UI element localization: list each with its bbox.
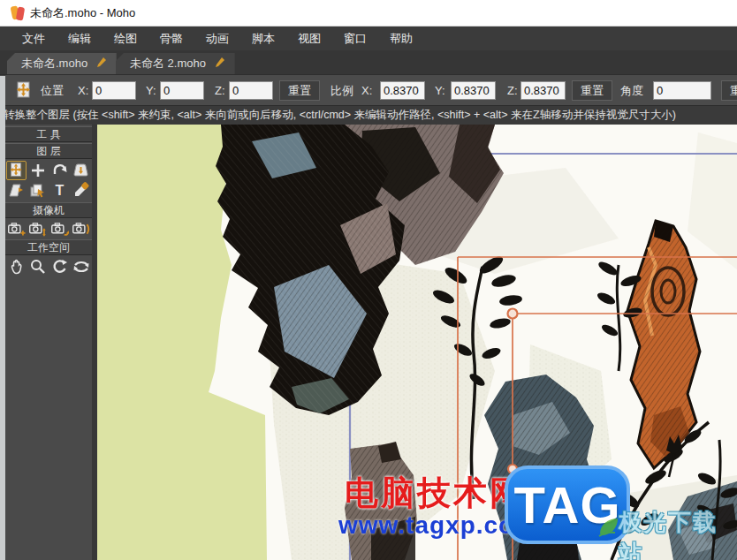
workspace-tools-row: [5, 256, 92, 276]
edit-pencil-icon: [215, 54, 224, 75]
tool-zoom-camera[interactable]: [27, 219, 48, 238]
window-title: 未命名.moho - Moho: [30, 0, 135, 26]
watermark-download-site: 极光下载站 www.x27.com: [619, 507, 737, 560]
pos-y-label: Y:: [146, 75, 156, 106]
tool-layer-selector[interactable]: [27, 181, 48, 201]
download-site-name: 极光下载站: [619, 507, 737, 560]
tool-orbit-workspace[interactable]: [71, 257, 91, 276]
scale-y-label: Y:: [435, 75, 445, 106]
tool-shear-layer[interactable]: [6, 181, 27, 201]
scale-label: 比例: [331, 75, 353, 106]
menu-help[interactable]: 帮助: [378, 26, 424, 50]
menu-window[interactable]: 窗口: [332, 26, 378, 50]
position-label: 位置: [41, 75, 64, 106]
moho-window: 未命名.moho - Moho 文件 编辑 绘图 骨骼 动画 脚本 视图 窗口 …: [0, 0, 737, 560]
position-z-input[interactable]: [229, 81, 273, 100]
tab-label: 未命名 2.moho: [130, 57, 206, 70]
camera-section-header[interactable]: 摄像机: [5, 202, 92, 218]
camera-tools-row: [5, 219, 92, 238]
pos-x-label: X:: [78, 75, 88, 106]
menu-file[interactable]: 文件: [11, 26, 57, 50]
edit-pencil-icon: [96, 54, 106, 75]
tool-pan-workspace[interactable]: [6, 257, 27, 276]
panel-splitter[interactable]: [92, 125, 97, 560]
layer-section-header[interactable]: 图 层: [5, 143, 92, 159]
scale-z-input[interactable]: [520, 81, 566, 100]
reset-position-button[interactable]: 重置: [279, 80, 320, 101]
title-bar: 未命名.moho - Moho: [0, 0, 737, 26]
svg-text:T: T: [55, 183, 64, 198]
tools-panel-header[interactable]: 工 具: [5, 126, 92, 142]
reset-angle-button[interactable]: 重置: [721, 80, 737, 101]
menu-bar: 文件 编辑 绘图 骨骼 动画 脚本 视图 窗口 帮助: [0, 26, 737, 50]
tool-pan-tilt-camera[interactable]: [71, 219, 91, 238]
tool-eyedropper[interactable]: [71, 181, 91, 201]
moho-app-icon: [10, 5, 26, 21]
menu-animation[interactable]: 动画: [194, 26, 240, 50]
pos-z-label: Z:: [215, 75, 225, 106]
tool-rotate-workspace[interactable]: [49, 257, 70, 276]
menu-draw[interactable]: 绘图: [103, 26, 148, 50]
tool-transform-layer[interactable]: [6, 161, 27, 180]
scale-y-input[interactable]: [451, 81, 496, 100]
tab-label: 未命名.moho: [21, 57, 87, 70]
watermark-site-name: 电脑技术网: [345, 471, 526, 516]
menu-scripts[interactable]: 脚本: [240, 26, 286, 50]
tool-translate-layer[interactable]: [27, 161, 48, 180]
tool-scale-layer[interactable]: [71, 161, 91, 180]
menu-edit[interactable]: 编辑: [57, 26, 103, 50]
current-tool-icon: [14, 80, 34, 100]
scale-x-input[interactable]: [380, 81, 425, 100]
menu-view[interactable]: 视图: [286, 26, 332, 50]
position-y-input[interactable]: [160, 81, 204, 100]
reset-scale-button[interactable]: 重置: [572, 80, 612, 101]
tool-magnify-workspace[interactable]: [27, 257, 48, 276]
menu-bone[interactable]: 骨骼: [148, 26, 194, 50]
tab-document-1[interactable]: 未命名.moho: [7, 53, 117, 74]
scale-x-label: X:: [361, 75, 372, 106]
selection-handle-top-left[interactable]: [508, 309, 518, 319]
tool-options-bar: 位置 X: Y: Z: 重置 比例 X: Y: Z: 重置 角度 重置: [0, 74, 737, 105]
workspace-section-header[interactable]: 工作空间: [5, 239, 92, 255]
tool-roll-camera[interactable]: [49, 219, 70, 238]
scale-z-label: Z:: [507, 75, 518, 106]
tab-document-2[interactable]: 未命名 2.moho: [116, 53, 235, 74]
leaf-logo-icon: [597, 516, 620, 542]
status-hint-bar: 转换整个图层 (按住 <shift> 来约束, <alt> 来向前或向后移动, …: [0, 105, 737, 125]
document-tab-bar: 未命名.moho 未命名 2.moho: [0, 50, 737, 74]
position-x-input[interactable]: [92, 81, 136, 100]
desktop-edge: [0, 76, 5, 560]
layer-tools-row-1: [5, 160, 92, 180]
angle-input[interactable]: [653, 81, 711, 100]
tool-track-camera[interactable]: [6, 219, 27, 238]
layer-tools-row-2: T: [5, 180, 92, 201]
angle-label: 角度: [620, 75, 643, 106]
tool-rotate-layer[interactable]: [49, 161, 70, 180]
tool-text[interactable]: T: [49, 181, 70, 201]
tools-panel: 工 具 图 层: [5, 125, 92, 560]
